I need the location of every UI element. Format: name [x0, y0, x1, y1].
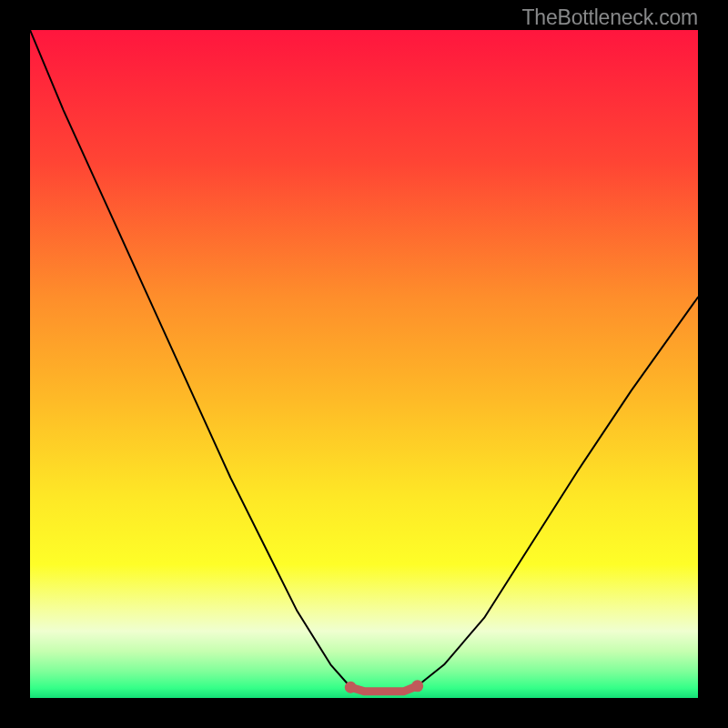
plot-area: [30, 30, 698, 698]
gradient-background: [30, 30, 698, 698]
svg-rect-0: [30, 30, 698, 698]
watermark: TheBottleneck.com: [522, 5, 698, 30]
